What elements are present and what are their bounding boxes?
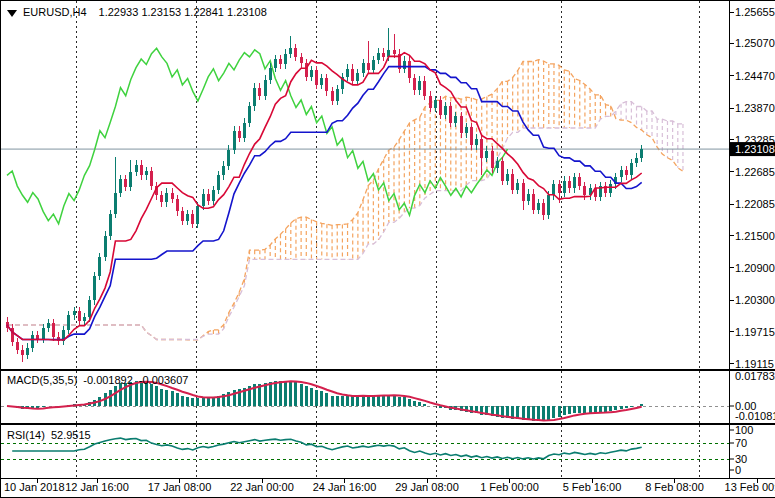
candle-body bbox=[315, 70, 318, 85]
candle-body bbox=[423, 81, 426, 96]
candle-body bbox=[310, 70, 313, 77]
kijun-sen-line bbox=[7, 67, 642, 340]
candle-body bbox=[393, 50, 396, 54]
panel-separator bbox=[1, 478, 775, 479]
candle-body bbox=[516, 183, 519, 190]
candle-body bbox=[351, 69, 354, 81]
candle-body bbox=[485, 151, 488, 158]
current-price-badge-text: 1.23108 bbox=[735, 143, 775, 155]
time-axis-label: 1 Feb 00:00 bbox=[480, 481, 539, 493]
candle-body bbox=[640, 149, 643, 158]
rsi-axis-label: 0 bbox=[735, 464, 741, 476]
candle-body bbox=[47, 323, 50, 328]
candle-body bbox=[418, 81, 421, 91]
chikou-span-line bbox=[7, 48, 508, 224]
price-axis-label: 1.25655 bbox=[735, 6, 775, 18]
candle-body bbox=[67, 315, 70, 330]
time-axis-label: 22 Jan 00:00 bbox=[230, 481, 294, 493]
ohlc-values: 1.22933 1.23153 1.22841 1.23108 bbox=[99, 6, 267, 18]
candle-body bbox=[320, 78, 323, 84]
candle-body bbox=[289, 48, 292, 53]
candle-body bbox=[506, 174, 509, 181]
macd-name: MACD(5,35,5) bbox=[7, 374, 77, 386]
candle-body bbox=[537, 203, 540, 209]
chart-canvas[interactable]: 1.256551.250701.244701.238701.232851.226… bbox=[1, 1, 775, 498]
macd-axis-max-label: 0.017832 bbox=[735, 370, 775, 382]
candle-body bbox=[52, 323, 55, 337]
time-axis-label: 13 Feb 00:00 bbox=[725, 481, 775, 493]
candle-body bbox=[403, 61, 406, 69]
panel-separator bbox=[1, 369, 775, 371]
candle-body bbox=[171, 193, 174, 199]
time-axis-label: 12 Jan 16:00 bbox=[65, 481, 129, 493]
candle-body bbox=[93, 276, 96, 300]
candle-body bbox=[109, 214, 112, 236]
candle-body bbox=[449, 106, 452, 122]
time-axis-label: 24 Jan 16:00 bbox=[313, 481, 377, 493]
candle-body bbox=[73, 311, 76, 315]
candle-body bbox=[434, 100, 437, 108]
candle-body bbox=[625, 170, 628, 175]
candle-body bbox=[202, 194, 205, 206]
time-axis-label: 17 Jan 08:00 bbox=[148, 481, 212, 493]
candle-body bbox=[609, 184, 612, 192]
candle-body bbox=[222, 166, 225, 176]
price-axis-label: 1.20300 bbox=[735, 294, 775, 306]
candle-body bbox=[284, 54, 287, 65]
price-axis-label: 1.22685 bbox=[735, 166, 775, 178]
candle-body bbox=[429, 96, 432, 108]
candle-body bbox=[264, 80, 267, 96]
candle-body bbox=[356, 73, 359, 81]
candle-body bbox=[88, 300, 91, 317]
candle-body bbox=[42, 328, 45, 339]
macd-signal-line bbox=[7, 381, 642, 420]
senkou-span-b-line bbox=[7, 102, 683, 340]
time-axis-label: 10 Jan 2018 bbox=[4, 481, 65, 493]
candle-body bbox=[454, 116, 457, 122]
candle-body bbox=[522, 183, 525, 201]
rsi-line bbox=[12, 438, 642, 459]
candle-body bbox=[439, 100, 442, 115]
candle-body bbox=[227, 150, 230, 166]
candle-body bbox=[475, 139, 478, 145]
candle-body bbox=[444, 106, 447, 114]
time-axis-label: 29 Jan 08:00 bbox=[395, 481, 459, 493]
candle-body bbox=[372, 60, 375, 70]
candle-body bbox=[98, 257, 101, 276]
candle-body bbox=[186, 214, 189, 220]
candle-body bbox=[331, 91, 334, 101]
candle-body bbox=[253, 88, 256, 107]
candle-body bbox=[145, 171, 148, 175]
candle-body bbox=[176, 199, 179, 211]
candle-body bbox=[233, 131, 236, 150]
candle-body bbox=[26, 348, 29, 356]
candle-body bbox=[279, 59, 282, 64]
candle-body bbox=[160, 195, 163, 202]
candle-body bbox=[552, 184, 555, 195]
rsi-name: RSI(14) bbox=[7, 429, 45, 441]
candle-body bbox=[630, 163, 633, 175]
candle-body bbox=[325, 78, 328, 91]
price-axis-label: 1.22085 bbox=[735, 198, 775, 210]
candle-body bbox=[501, 161, 504, 180]
chart-window: 1.256551.250701.244701.238701.232851.226… bbox=[0, 0, 775, 498]
candle-body bbox=[269, 68, 272, 80]
candle-body bbox=[258, 88, 261, 96]
candle-body bbox=[243, 123, 246, 138]
candle-body bbox=[150, 171, 153, 186]
candle-body bbox=[248, 106, 251, 122]
candle-body bbox=[362, 63, 365, 73]
candle-body bbox=[496, 161, 499, 168]
candle-body bbox=[408, 61, 411, 79]
candle-body bbox=[124, 179, 127, 187]
time-axis-label: 8 Feb 08:00 bbox=[645, 481, 704, 493]
candle-body bbox=[212, 190, 215, 201]
price-axis-label: 1.19115 bbox=[735, 358, 774, 370]
price-axis-label: 1.21500 bbox=[735, 230, 775, 242]
candle-body bbox=[104, 236, 107, 258]
panel-separator bbox=[1, 423, 775, 425]
candle-body bbox=[583, 186, 586, 195]
candle-body bbox=[16, 342, 19, 350]
symbol-marker-icon bbox=[7, 10, 17, 17]
candle-body bbox=[382, 53, 385, 57]
